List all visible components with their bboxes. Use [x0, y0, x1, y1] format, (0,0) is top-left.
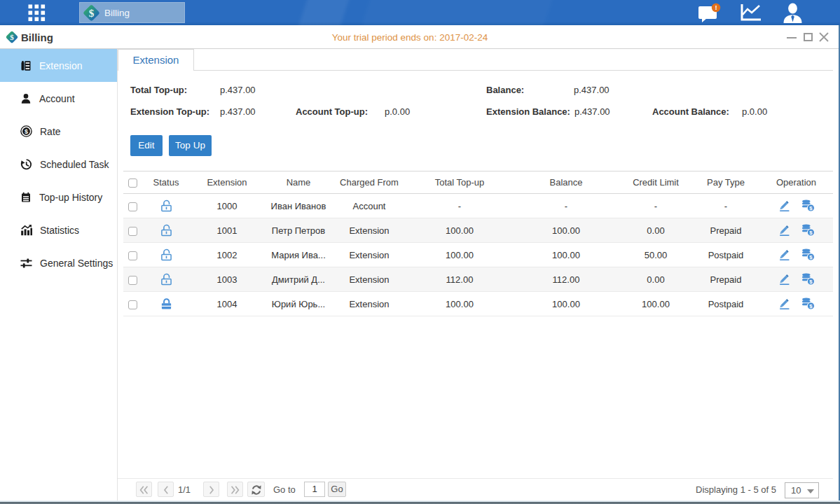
svg-text:!: ! [715, 4, 717, 11]
svg-text:$: $ [89, 8, 95, 19]
svg-text:$: $ [10, 33, 14, 41]
svg-text:$: $ [25, 128, 28, 135]
